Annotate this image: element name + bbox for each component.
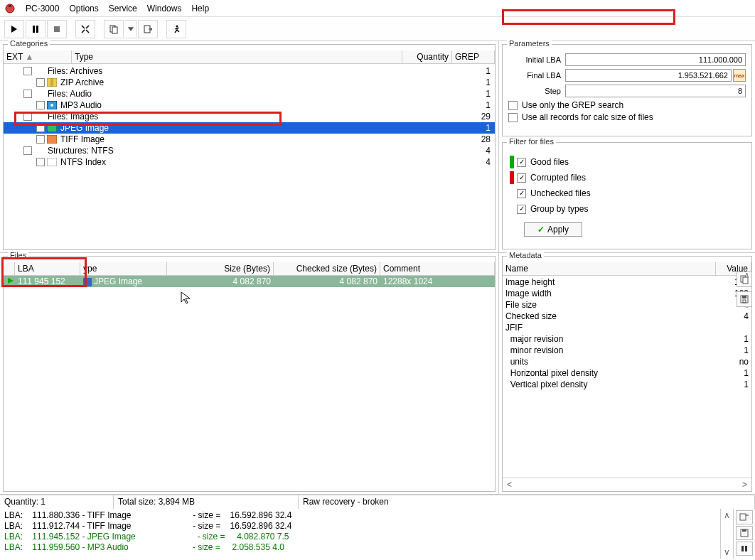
- row-checkbox[interactable]: [36, 135, 45, 144]
- stop-button[interactable]: [47, 20, 67, 38]
- files-col-csize[interactable]: Checked size (Bytes): [274, 262, 380, 275]
- metadata-header: Name Value: [503, 262, 751, 276]
- metadata-v-scroll-up[interactable]: ∧: [742, 270, 751, 280]
- metadata-row[interactable]: File size4: [505, 300, 749, 311]
- unchecked-files-checkbox[interactable]: [517, 189, 526, 198]
- row-qty: 1: [452, 66, 495, 76]
- initial-lba-label: Initial LBA: [508, 55, 565, 64]
- svg-rect-11: [47, 78, 57, 87]
- svg-marker-17: [8, 278, 14, 284]
- col-type[interactable]: Type: [72, 50, 402, 63]
- metadata-list[interactable]: Image height102Image width122File size4C…: [503, 276, 751, 392]
- step-input[interactable]: [565, 85, 746, 97]
- log-row: LBA: 111.912.744 - TIFF Image - size = 1…: [4, 521, 716, 532]
- row-checkbox[interactable]: [36, 158, 45, 166]
- tree-row[interactable]: Files: Images29: [4, 111, 495, 122]
- good-files-checkbox[interactable]: [517, 158, 526, 167]
- row-checkbox[interactable]: [36, 124, 45, 132]
- metadata-row[interactable]: Vertical pixel density1: [505, 379, 749, 391]
- running-man-button[interactable]: [166, 20, 186, 38]
- row-checkbox[interactable]: [36, 78, 45, 87]
- file-comment: 12288x 1024: [380, 276, 495, 286]
- files-col-size[interactable]: Size (Bytes): [167, 262, 274, 275]
- metadata-row[interactable]: Image height102: [505, 277, 749, 289]
- grep-only-checkbox[interactable]: [508, 101, 518, 110]
- metadata-h-scrollbar[interactable]: <>: [503, 478, 751, 491]
- col-qty[interactable]: Quantity: [402, 50, 452, 63]
- final-lba-input[interactable]: [565, 69, 732, 82]
- row-checkbox[interactable]: [36, 101, 45, 109]
- log-copy-button[interactable]: [736, 510, 753, 524]
- metadata-row[interactable]: minor revision1: [505, 345, 749, 357]
- row-name: Files: Audio: [48, 89, 452, 99]
- spacer: [510, 203, 514, 215]
- export-button[interactable]: [138, 20, 158, 38]
- menu-windows[interactable]: Windows: [147, 4, 182, 14]
- all-records-label: Use all records for calc size of files: [522, 112, 653, 122]
- files-col-comment[interactable]: Comment: [380, 262, 495, 275]
- metadata-row[interactable]: JFIF: [505, 323, 749, 334]
- play-button[interactable]: [4, 20, 24, 38]
- col-grep[interactable]: GREP: [452, 50, 495, 63]
- status-total-size: Total size: 3,894 MB: [114, 495, 299, 509]
- menu-service[interactable]: Service: [109, 4, 137, 14]
- files-col-lba[interactable]: LBA: [15, 262, 80, 275]
- tree-row[interactable]: MP3 Audio1: [4, 99, 495, 111]
- jpeg-icon: [83, 278, 92, 286]
- svg-marker-8: [127, 27, 133, 31]
- svg-rect-1: [9, 5, 11, 7]
- row-qty: 29: [452, 112, 495, 122]
- max-button[interactable]: max: [733, 69, 746, 82]
- log-row: LBA: 111.880.336 - TIFF Image - size = 1…: [4, 510, 716, 521]
- tree-row[interactable]: Files: Archives1: [4, 65, 495, 77]
- all-records-checkbox[interactable]: [508, 113, 518, 122]
- check-icon: ✓: [537, 225, 545, 235]
- tree-row[interactable]: ZIP Archive1: [4, 77, 495, 88]
- metadata-row[interactable]: unitsno: [505, 357, 749, 368]
- corrupted-files-checkbox[interactable]: [517, 173, 526, 183]
- row-checkbox[interactable]: [23, 90, 32, 98]
- unchecked-files-label: Unchecked files: [530, 188, 591, 198]
- row-name: Files: Images: [48, 112, 452, 122]
- tree-row[interactable]: Structures: NTFS4: [4, 145, 495, 156]
- meta-col-name[interactable]: Name: [503, 262, 716, 275]
- row-checkbox[interactable]: [23, 67, 32, 75]
- log-pause-button[interactable]: [736, 542, 753, 556]
- metadata-row[interactable]: Image width122: [505, 289, 749, 300]
- metadata-row[interactable]: Checked size4: [505, 311, 749, 323]
- group-by-types-checkbox[interactable]: [517, 205, 526, 214]
- folder-icon: [33, 89, 45, 99]
- menu-help[interactable]: Help: [191, 4, 209, 14]
- save-metadata-button[interactable]: [737, 291, 752, 307]
- metadata-row[interactable]: Horizontal pixel density1: [505, 368, 749, 379]
- files-row[interactable]: 111 945 152 JPEG Image 4 082 870 4 082 8…: [4, 276, 495, 287]
- copy-button[interactable]: [104, 20, 124, 38]
- row-name: Files: Archives: [48, 66, 452, 76]
- menu-options[interactable]: Options: [69, 4, 98, 14]
- metadata-row[interactable]: major revision1: [505, 334, 749, 345]
- good-files-color-icon: [510, 156, 514, 168]
- initial-lba-input[interactable]: [565, 53, 746, 66]
- categories-title: Categories: [8, 39, 50, 48]
- tree-row[interactable]: NTFS Index4: [4, 156, 495, 168]
- file-csize: 4 082 870: [274, 276, 380, 286]
- col-ext[interactable]: EXT ▲: [4, 50, 72, 63]
- toolbar: [0, 17, 755, 41]
- copy-dropdown[interactable]: [125, 20, 136, 38]
- apply-button[interactable]: ✓Apply: [524, 222, 582, 237]
- log-row: LBA: 111.945.152 - JPEG Image - size = 4…: [4, 532, 716, 542]
- tools-button[interactable]: [75, 20, 95, 38]
- log-v-scrollbar[interactable]: ∧∨: [721, 509, 734, 559]
- files-col-type[interactable]: ype: [80, 262, 167, 275]
- mp3-icon: [46, 100, 58, 110]
- row-checkbox[interactable]: [23, 112, 32, 121]
- row-name: TIFF Image: [60, 134, 452, 144]
- row-checkbox[interactable]: [23, 146, 32, 155]
- log-panel[interactable]: LBA: 111.880.336 - TIFF Image - size = 1…: [0, 509, 721, 559]
- tree-row[interactable]: TIFF Image28: [4, 134, 495, 145]
- pause-button[interactable]: [26, 20, 45, 38]
- log-save-button[interactable]: [736, 526, 753, 540]
- tree-row[interactable]: JPEG Image1: [4, 122, 495, 134]
- categories-tree[interactable]: Files: Archives1ZIP Archive1Files: Audio…: [4, 64, 495, 169]
- tree-row[interactable]: Files: Audio1: [4, 88, 495, 99]
